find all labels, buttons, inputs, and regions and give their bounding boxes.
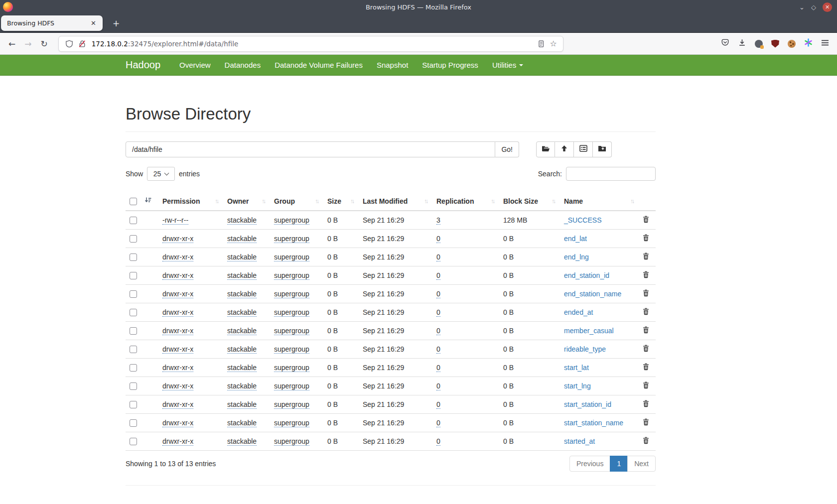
file-link[interactable]: start_lat <box>564 364 589 372</box>
navbar-item-overview[interactable]: Overview <box>172 55 218 76</box>
group-value[interactable]: supergroup <box>274 308 309 317</box>
file-link[interactable]: end_station_name <box>564 290 621 298</box>
file-link[interactable]: end_lat <box>564 235 587 243</box>
browser-tab[interactable]: Browsing HDFS ✕ <box>1 15 103 31</box>
owner-value[interactable]: stackable <box>227 253 257 261</box>
owner-value[interactable]: stackable <box>227 364 257 372</box>
column-header-name[interactable]: Name↑↓ <box>560 192 639 211</box>
back-button[interactable]: ← <box>4 37 20 51</box>
delete-icon[interactable] <box>643 271 649 278</box>
group-value[interactable]: supergroup <box>274 216 309 225</box>
delete-icon[interactable] <box>643 381 649 389</box>
insecure-lock-icon[interactable] <box>76 40 89 48</box>
create-directory-button[interactable] <box>593 141 612 157</box>
row-checkbox[interactable] <box>130 346 137 353</box>
delete-icon[interactable] <box>643 308 649 315</box>
tab-close-icon[interactable]: ✕ <box>88 18 99 28</box>
owner-value[interactable]: stackable <box>227 290 257 298</box>
owner-value[interactable]: stackable <box>227 271 257 280</box>
group-value[interactable]: supergroup <box>274 271 309 280</box>
replication-value[interactable]: 0 <box>436 437 440 446</box>
owner-value[interactable]: stackable <box>227 419 257 427</box>
delete-icon[interactable] <box>643 216 649 223</box>
group-value[interactable]: supergroup <box>274 235 309 243</box>
row-checkbox[interactable] <box>130 327 137 335</box>
file-link[interactable]: member_casual <box>564 327 614 335</box>
directory-path-input[interactable] <box>126 141 495 157</box>
bookmark-star-icon[interactable]: ☆ <box>548 39 558 48</box>
cookie-extension-icon[interactable] <box>788 40 796 48</box>
file-link[interactable]: start_station_id <box>564 400 611 408</box>
row-checkbox[interactable] <box>130 235 137 243</box>
row-checkbox[interactable] <box>130 309 137 316</box>
owner-value[interactable]: stackable <box>227 327 257 335</box>
search-input[interactable] <box>566 167 656 181</box>
replication-value[interactable]: 0 <box>436 419 440 427</box>
close-window-button[interactable]: ✕ <box>823 2 832 12</box>
menu-hamburger-icon[interactable] <box>821 39 829 48</box>
permission-value[interactable]: drwxr-xr-x <box>162 419 193 427</box>
row-checkbox[interactable] <box>130 364 137 372</box>
owner-value[interactable]: stackable <box>227 235 257 243</box>
page-length-select[interactable]: 25 <box>147 167 175 181</box>
navbar-item-datanode-volume-failures[interactable]: Datanode Volume Failures <box>268 55 370 76</box>
ublock-origin-icon[interactable] <box>771 40 779 48</box>
reload-button[interactable]: ↻ <box>36 37 52 51</box>
group-value[interactable]: supergroup <box>274 327 309 335</box>
file-link[interactable]: started_at <box>564 437 595 445</box>
row-checkbox[interactable] <box>130 382 137 390</box>
reader-mode-icon[interactable] <box>535 40 548 48</box>
navbar-item-snapshot[interactable]: Snapshot <box>370 55 415 76</box>
group-value[interactable]: supergroup <box>274 290 309 298</box>
row-checkbox[interactable] <box>130 290 137 298</box>
colorful-asterisk-extension-icon[interactable] <box>804 38 813 49</box>
owner-value[interactable]: stackable <box>227 400 257 409</box>
shield-icon[interactable] <box>63 40 76 48</box>
replication-value[interactable]: 0 <box>436 271 440 280</box>
column-header-size[interactable]: Size↑↓ <box>323 192 359 211</box>
select-all-checkbox[interactable] <box>130 198 137 205</box>
group-value[interactable]: supergroup <box>274 382 309 390</box>
upload-files-button[interactable] <box>555 141 574 157</box>
column-header-block-size[interactable]: Block Size↑↓ <box>499 192 560 211</box>
go-button[interactable]: Go! <box>495 141 519 157</box>
row-checkbox[interactable] <box>130 401 137 408</box>
permission-value[interactable]: drwxr-xr-x <box>162 364 193 372</box>
file-link[interactable]: start_lng <box>564 382 591 390</box>
group-value[interactable]: supergroup <box>274 400 309 409</box>
permission-value[interactable]: drwxr-xr-x <box>162 400 193 409</box>
permission-value[interactable]: drwxr-xr-x <box>162 327 193 335</box>
url-bar[interactable]: 172.18.0.2:32475/explorer.html#/data/hfi… <box>58 36 563 52</box>
permission-value[interactable]: drwxr-xr-x <box>162 271 193 280</box>
replication-value[interactable]: 0 <box>436 364 440 372</box>
delete-icon[interactable] <box>643 252 649 260</box>
column-header-owner[interactable]: Owner↑↓ <box>223 192 270 211</box>
group-value[interactable]: supergroup <box>274 253 309 261</box>
replication-value[interactable]: 0 <box>436 400 440 409</box>
navbar-item-datanodes[interactable]: Datanodes <box>218 55 268 76</box>
sort-attributes-header[interactable] <box>140 192 158 211</box>
group-value[interactable]: supergroup <box>274 419 309 427</box>
page-1-button[interactable]: 1 <box>610 456 628 472</box>
column-header-permission[interactable]: Permission↑↓ <box>158 192 223 211</box>
permission-value[interactable]: drwxr-xr-x <box>162 308 193 317</box>
replication-value[interactable]: 0 <box>436 308 440 317</box>
hadoop-brand[interactable]: Hadoop <box>126 59 160 71</box>
file-link[interactable]: _SUCCESS <box>564 216 601 224</box>
delete-icon[interactable] <box>643 437 649 444</box>
downloads-icon[interactable] <box>738 38 746 49</box>
column-header-group[interactable]: Group↑↓ <box>270 192 323 211</box>
previous-page-button[interactable]: Previous <box>569 456 610 472</box>
file-link[interactable]: ended_at <box>564 308 593 316</box>
owner-value[interactable]: stackable <box>227 382 257 390</box>
file-link[interactable]: rideable_type <box>564 345 606 353</box>
replication-value[interactable]: 0 <box>436 327 440 335</box>
permission-value[interactable]: -rw-r--r-- <box>162 216 188 225</box>
list-alt-button[interactable] <box>574 141 593 157</box>
replication-value[interactable]: 0 <box>436 290 440 298</box>
row-checkbox[interactable] <box>130 272 137 279</box>
row-checkbox[interactable] <box>130 419 137 427</box>
permission-value[interactable]: drwxr-xr-x <box>162 235 193 243</box>
maximize-icon[interactable]: ◇ <box>811 4 816 10</box>
navbar-item-utilities[interactable]: Utilities <box>485 55 530 76</box>
